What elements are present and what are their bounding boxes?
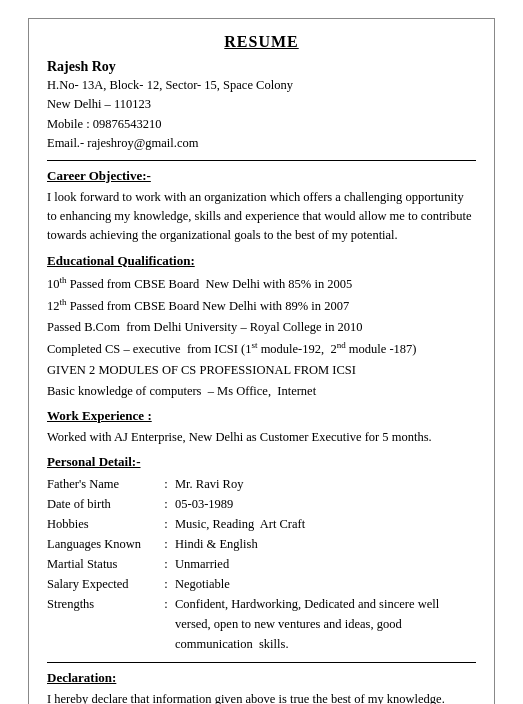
pd-label-0: Father's Name [47,474,157,494]
pd-colon-5: : [157,574,175,594]
candidate-name: Rajesh Roy [47,59,476,75]
pd-colon-4: : [157,554,175,574]
education-heading: Educational Qualification: [47,253,476,269]
pd-colon-2: : [157,514,175,534]
career-objective-heading: Career Objective:- [47,168,476,184]
mobile: Mobile : 09876543210 [47,117,162,131]
pd-value-2: Music, Reading Art Craft [175,514,476,534]
divider-1 [47,160,476,161]
edu-item-3: Completed CS – executive from ICSI (1st … [47,338,476,359]
pd-label-5: Salary Expected [47,574,157,594]
address-line2: New Delhi – 110123 [47,97,151,111]
pd-value-5: Negotiable [175,574,476,594]
edu-item-5: Basic knowledge of computers – Ms Office… [47,381,476,401]
table-row: Salary Expected : Negotiable [47,574,476,594]
address-line1: H.No- 13A, Block- 12, Sector- 15, Space … [47,78,293,92]
divider-2 [47,662,476,663]
work-experience-heading: Work Experience : [47,408,476,424]
pd-colon-1: : [157,494,175,514]
edu-item-2: Passed B.Com from Delhi University – Roy… [47,317,476,337]
email: Email.- rajeshroy@gmail.com [47,136,198,150]
table-row: Martial Status : Unmarried [47,554,476,574]
pd-label-2: Hobbies [47,514,157,534]
edu-item-0: 10th Passed from CBSE Board New Delhi wi… [47,273,476,294]
pd-label-4: Martial Status [47,554,157,574]
pd-colon-6: : [157,594,175,654]
table-row: Hobbies : Music, Reading Art Craft [47,514,476,534]
personal-detail-heading: Personal Detail:- [47,454,476,470]
table-row: Date of birth : 05-03-1989 [47,494,476,514]
pd-label-6: Strengths [47,594,157,654]
edu-item-4: GIVEN 2 MODULES OF CS PROFESSIONAL FROM … [47,360,476,380]
work-experience-text: Worked with AJ Enterprise, New Delhi as … [47,428,476,447]
pd-colon-3: : [157,534,175,554]
declaration-text: I hereby declare that information given … [47,690,476,704]
pd-value-0: Mr. Ravi Roy [175,474,476,494]
table-row: Strengths : Confident, Hardworking, Dedi… [47,594,476,654]
pd-value-1: 05-03-1989 [175,494,476,514]
table-row: Languages Known : Hindi & English [47,534,476,554]
resume-title: RESUME [47,33,476,51]
resume-page: RESUME Rajesh Roy H.No- 13A, Block- 12, … [28,18,495,704]
declaration-heading: Declaration: [47,670,476,686]
career-objective-text: I look forward to work with an organizat… [47,188,476,246]
education-list: 10th Passed from CBSE Board New Delhi wi… [47,273,476,401]
personal-details-table: Father's Name : Mr. Ravi Roy Date of bir… [47,474,476,654]
address-block: H.No- 13A, Block- 12, Sector- 15, Space … [47,76,476,154]
pd-value-3: Hindi & English [175,534,476,554]
pd-label-3: Languages Known [47,534,157,554]
table-row: Father's Name : Mr. Ravi Roy [47,474,476,494]
pd-value-4: Unmarried [175,554,476,574]
pd-value-6: Confident, Hardworking, Dedicated and si… [175,594,476,654]
edu-item-1: 12th Passed from CBSE Board New Delhi wi… [47,295,476,316]
pd-colon-0: : [157,474,175,494]
pd-label-1: Date of birth [47,494,157,514]
